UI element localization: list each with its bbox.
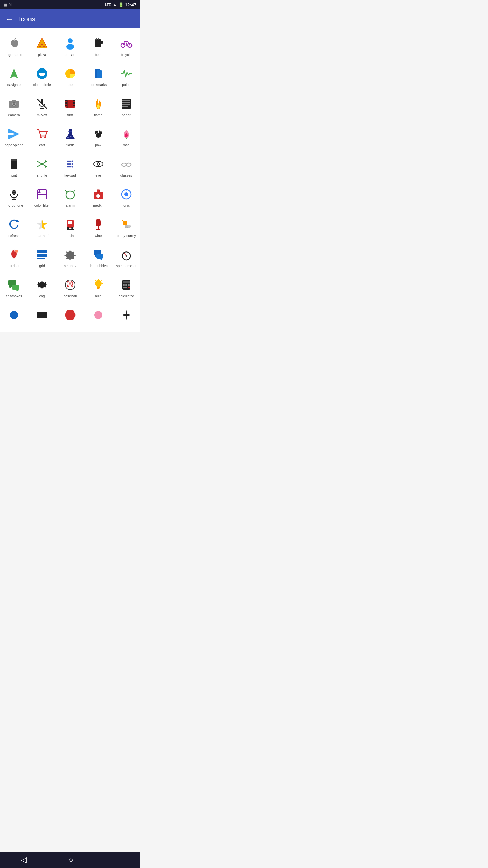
shuffle-label: shuffle bbox=[37, 174, 47, 177]
icon-item-navigate[interactable]: navigate bbox=[0, 61, 28, 92]
rose-icon bbox=[119, 126, 134, 141]
svg-point-70 bbox=[71, 163, 73, 165]
icon-item-microphone[interactable]: microphone bbox=[0, 182, 28, 212]
flame-icon bbox=[91, 96, 106, 111]
icon-item-baseball[interactable]: baseball bbox=[56, 273, 84, 303]
icon-item-unknown4[interactable] bbox=[84, 303, 112, 329]
icon-item-bookmarks[interactable]: bookmarks bbox=[84, 61, 112, 92]
navigation-bar: ◁ ○ □ bbox=[0, 852, 140, 868]
unknown3-icon bbox=[63, 308, 78, 322]
svg-line-96 bbox=[74, 190, 75, 192]
icon-item-unknown1[interactable] bbox=[0, 303, 28, 329]
icon-item-wine[interactable]: wine bbox=[84, 212, 112, 242]
icon-item-paper-plane[interactable]: paper-plane bbox=[0, 122, 28, 152]
icon-item-color-filter[interactable]: color-filter bbox=[28, 182, 56, 212]
svg-rect-8 bbox=[95, 39, 101, 47]
bicycle-label: bicycle bbox=[121, 53, 132, 57]
icon-item-bicycle[interactable]: bicycle bbox=[112, 31, 140, 61]
cog-label: cog bbox=[39, 294, 45, 298]
icon-item-unknown5[interactable] bbox=[112, 303, 140, 329]
icon-item-flask[interactable]: flask bbox=[56, 122, 84, 152]
icon-item-paw[interactable]: paw bbox=[84, 122, 112, 152]
icon-item-medkit[interactable]: medkit bbox=[84, 182, 112, 212]
back-button[interactable]: ← bbox=[5, 14, 14, 24]
icon-item-flame[interactable]: flame bbox=[84, 92, 112, 122]
svg-point-161 bbox=[10, 311, 18, 319]
flask-icon bbox=[63, 126, 78, 141]
recent-nav-button[interactable]: □ bbox=[108, 853, 126, 867]
icon-item-cart[interactable]: cart bbox=[28, 122, 56, 152]
icon-item-unknown3[interactable] bbox=[56, 303, 84, 329]
cloud-circle-icon bbox=[35, 66, 49, 81]
icon-item-paper[interactable]: paper bbox=[112, 92, 140, 122]
icon-item-pulse[interactable]: pulse bbox=[112, 61, 140, 92]
svg-rect-91 bbox=[37, 196, 47, 196]
icon-item-cog[interactable]: cog bbox=[28, 273, 56, 303]
pizza-label: pizza bbox=[38, 53, 46, 57]
icon-item-nutrition[interactable]: nutrition bbox=[0, 242, 28, 273]
camera-icon bbox=[6, 96, 21, 111]
alarm-label: alarm bbox=[66, 204, 75, 208]
icon-item-train[interactable]: train bbox=[56, 212, 84, 242]
icon-item-grid[interactable]: grid bbox=[28, 242, 56, 273]
svg-rect-46 bbox=[122, 104, 130, 105]
grid-label: grid bbox=[39, 264, 45, 268]
medkit-icon bbox=[91, 187, 106, 202]
rose-label: rose bbox=[123, 143, 129, 147]
camera-label: camera bbox=[8, 113, 20, 117]
icon-item-logo-apple[interactable]: logo-apple bbox=[0, 31, 28, 61]
svg-rect-134 bbox=[96, 254, 103, 259]
icon-item-eye[interactable]: eye bbox=[84, 152, 112, 182]
svg-point-58 bbox=[99, 131, 100, 133]
svg-rect-130 bbox=[45, 254, 47, 257]
svg-rect-124 bbox=[41, 250, 45, 253]
person-icon bbox=[63, 36, 78, 51]
icon-item-keypad[interactable]: keypad bbox=[56, 152, 84, 182]
paw-label: paw bbox=[95, 143, 101, 147]
svg-rect-129 bbox=[45, 250, 47, 253]
icon-item-partly-sunny[interactable]: partly-sunny bbox=[112, 212, 140, 242]
icon-item-chatbubbles[interactable]: chatbubbles bbox=[84, 242, 112, 273]
icon-item-settings[interactable]: settings bbox=[56, 242, 84, 273]
nutrition-label: nutrition bbox=[8, 264, 20, 268]
icon-item-calculator[interactable]: calculator bbox=[112, 273, 140, 303]
icon-item-glasses[interactable]: glasses bbox=[112, 152, 140, 182]
svg-rect-45 bbox=[122, 102, 130, 103]
icon-item-chatboxes[interactable]: chatboxes bbox=[0, 273, 28, 303]
beer-icon bbox=[91, 36, 106, 51]
icon-item-pizza[interactable]: pizza bbox=[28, 31, 56, 61]
svg-point-72 bbox=[69, 166, 71, 168]
icon-item-cloud-circle[interactable]: cloud-circle bbox=[28, 61, 56, 92]
icon-item-rose[interactable]: rose bbox=[112, 122, 140, 152]
icon-item-alarm[interactable]: alarm bbox=[56, 182, 84, 212]
svg-point-57 bbox=[96, 131, 98, 133]
star-half-label: star-half bbox=[36, 234, 48, 238]
svg-point-144 bbox=[65, 280, 75, 290]
icon-item-pint[interactable]: pint bbox=[0, 152, 28, 182]
icon-item-film[interactable]: film bbox=[56, 92, 84, 122]
status-right: LTE ▲ 🔋 12:47 bbox=[105, 2, 136, 7]
svg-rect-154 bbox=[123, 281, 130, 283]
back-nav-button[interactable]: ◁ bbox=[14, 853, 34, 867]
icon-item-beer[interactable]: beer bbox=[84, 31, 112, 61]
icon-item-ionic[interactable]: ionic bbox=[112, 182, 140, 212]
bookmarks-label: bookmarks bbox=[89, 83, 107, 87]
icon-item-pie[interactable]: pie bbox=[56, 61, 84, 92]
baseball-label: baseball bbox=[64, 294, 77, 298]
icon-item-speedometer[interactable]: speedometer bbox=[112, 242, 140, 273]
icon-item-refresh[interactable]: refresh bbox=[0, 212, 28, 242]
icon-item-mic-off[interactable]: mic-off bbox=[28, 92, 56, 122]
icon-item-person[interactable]: person bbox=[56, 31, 84, 61]
cart-label: cart bbox=[39, 143, 45, 147]
icon-item-shuffle[interactable]: shuffle bbox=[28, 152, 56, 182]
icon-item-bulb[interactable]: bulb bbox=[84, 273, 112, 303]
home-nav-button[interactable]: ○ bbox=[62, 853, 80, 867]
pint-icon bbox=[6, 157, 21, 172]
svg-marker-64 bbox=[45, 165, 47, 168]
svg-marker-0 bbox=[37, 38, 47, 48]
icon-item-star-half[interactable]: star-half bbox=[28, 212, 56, 242]
icon-item-camera[interactable]: camera bbox=[0, 92, 28, 122]
time-display: 12:47 bbox=[125, 2, 136, 7]
svg-point-53 bbox=[70, 136, 71, 137]
icon-item-unknown2[interactable] bbox=[28, 303, 56, 329]
